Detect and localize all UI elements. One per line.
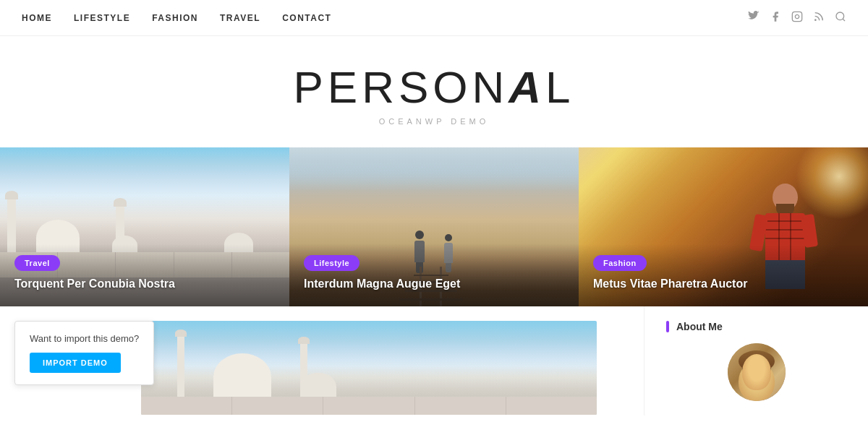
svg-point-2 (815, 20, 816, 20)
below-fold: Want to import this demo? IMPORT DEMO (0, 306, 868, 415)
site-title: PERSONAL (14, 65, 854, 110)
import-demo-button[interactable]: IMPORT DEMO (30, 353, 121, 373)
import-demo-text: Want to import this demo? (30, 333, 139, 344)
post-title-1: Torquent Per Conubia Nostra (14, 277, 275, 292)
search-icon[interactable] (835, 11, 846, 25)
nav-lifestyle[interactable]: LIFESTYLE (74, 13, 130, 23)
post-title-3: Metus Vitae Pharetra Auctor (593, 277, 854, 292)
nav-links: HOME LIFESTYLE FASHION TRAVEL CONTACT (22, 13, 331, 23)
nav-contact[interactable]: CONTACT (282, 13, 331, 23)
featured-overlay-2: Lifestyle Interdum Magna Augue Eget (289, 244, 579, 306)
facebook-icon[interactable] (770, 11, 781, 25)
import-demo-box: Want to import this demo? IMPORT DEMO (14, 321, 154, 385)
about-me-title: About Me (666, 321, 846, 332)
svg-line-4 (843, 19, 845, 21)
instagram-icon[interactable] (791, 11, 803, 25)
featured-grid: Travel Torquent Per Conubia Nostra (0, 147, 868, 306)
category-badge-1: Travel (14, 255, 60, 271)
social-icons (748, 11, 846, 25)
main-nav: HOME LIFESTYLE FASHION TRAVEL CONTACT (0, 0, 868, 36)
category-badge-3: Fashion (593, 255, 647, 271)
featured-overlay-3: Fashion Metus Vitae Pharetra Auctor (579, 244, 868, 306)
about-me-label: About Me (676, 321, 723, 332)
post-title-2: Interdum Magna Augue Eget (304, 277, 564, 292)
category-badge-2: Lifestyle (304, 255, 359, 271)
site-subtitle: OCEANWP DEMO (14, 117, 854, 126)
nav-fashion[interactable]: FASHION (152, 13, 198, 23)
site-title-text: PERSONAL (293, 62, 574, 112)
featured-post-2[interactable]: Lifestyle Interdum Magna Augue Eget (289, 147, 579, 306)
featured-overlay-1: Travel Torquent Per Conubia Nostra (0, 244, 289, 306)
site-header: PERSONAL OCEANWP DEMO (0, 36, 868, 147)
twitter-icon[interactable] (748, 11, 760, 25)
svg-point-3 (836, 12, 844, 20)
featured-post-1[interactable]: Travel Torquent Per Conubia Nostra (0, 147, 289, 306)
about-avatar (728, 343, 786, 401)
svg-rect-0 (792, 12, 801, 21)
rss-icon[interactable] (813, 11, 825, 25)
featured-post-3[interactable]: Fashion Metus Vitae Pharetra Auctor (579, 147, 868, 306)
nav-home[interactable]: HOME (22, 13, 52, 23)
sidebar: About Me (644, 306, 868, 415)
nav-travel[interactable]: TRAVEL (220, 13, 260, 23)
